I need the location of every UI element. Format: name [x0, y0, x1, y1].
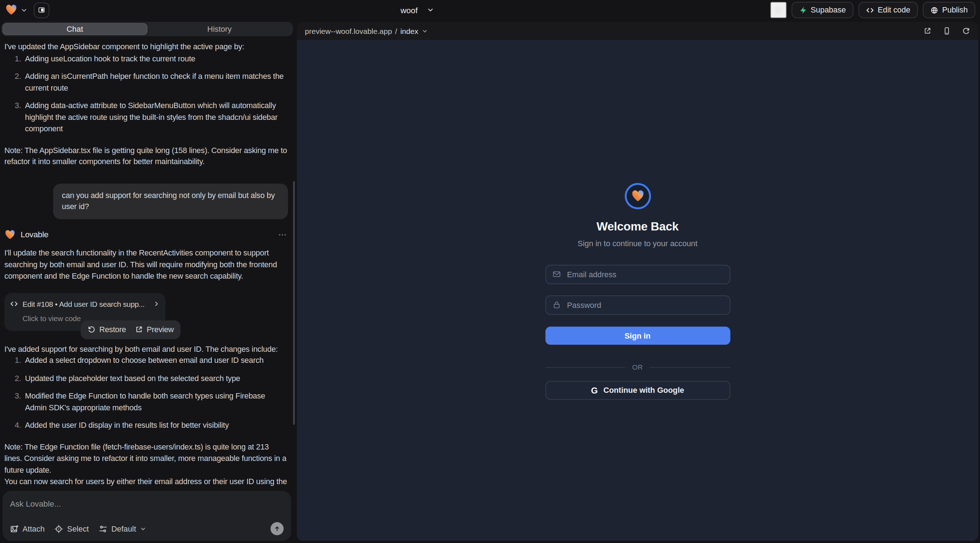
preview-button[interactable]: Preview [135, 324, 174, 335]
top-bar: woof Supabase [0, 0, 980, 20]
app-logo-badge [625, 183, 651, 210]
list-item: Added the user ID display in the results… [23, 419, 288, 431]
preview-panel: preview--woof.lovable.app / index [297, 22, 978, 541]
assistant-text: I'll update the search functionality in … [4, 247, 288, 282]
url-separator: / [395, 26, 397, 35]
or-divider: OR [545, 364, 730, 371]
preview-label: Preview [147, 324, 174, 335]
edit-code-button[interactable]: Edit code [858, 2, 918, 18]
topbar-actions: Supabase Edit code Publish [770, 2, 975, 18]
project-name: woof [401, 5, 418, 14]
password-field-wrap [545, 295, 730, 315]
attach-button[interactable]: Attach [10, 524, 45, 533]
password-field[interactable] [545, 295, 730, 315]
chevron-down-icon [427, 6, 434, 14]
preview-url-control[interactable]: preview--woof.lovable.app / index [305, 26, 428, 35]
assistant-note: Note: The AppSidebar.tsx file is getting… [4, 144, 288, 168]
chat-composer: Attach Select Default [3, 491, 291, 541]
publish-button[interactable]: Publish [923, 2, 975, 18]
list-item: Updated the placeholder text based on th… [23, 373, 288, 384]
mode-label: Default [111, 524, 136, 533]
topbar-left [5, 2, 49, 18]
sliders-icon [99, 524, 108, 533]
chat-history-tabs: Chat History [2, 22, 293, 36]
list-item: Modified the Edge Function to handle bot… [23, 390, 288, 413]
code-brackets-icon [866, 6, 874, 14]
divider-line [650, 367, 730, 367]
lovable-heart-logo[interactable] [5, 4, 18, 16]
email-field-wrap [545, 265, 730, 284]
select-button[interactable]: Select [55, 524, 89, 533]
attach-label: Attach [22, 524, 45, 533]
external-link-icon [135, 326, 143, 334]
edit-code-label: Edit code [878, 6, 910, 14]
publish-label: Publish [942, 6, 968, 14]
google-label: Continue with Google [603, 386, 684, 395]
list-item: Adding an isCurrentPath helper function … [23, 71, 288, 94]
app-window: woof Supabase [0, 0, 980, 543]
restore-icon [88, 326, 95, 334]
send-button[interactable] [270, 522, 284, 535]
preview-url: preview--woof.lovable.app [305, 26, 392, 35]
heart-icon [631, 189, 644, 203]
tab-chat[interactable]: Chat [3, 23, 147, 35]
edit-card-area: Edit #108 • Add user ID search supp... C… [4, 292, 288, 334]
preview-toolbar-icons [923, 27, 970, 35]
login-card: Welcome Back Sign in to continue to your… [545, 183, 730, 400]
refresh-button[interactable] [962, 27, 970, 35]
chevron-right-icon [153, 300, 160, 307]
login-title: Welcome Back [597, 220, 678, 234]
supabase-button[interactable]: Supabase [791, 2, 853, 18]
login-subtitle: Sign in to continue to your account [578, 239, 698, 248]
preview-url-bar: preview--woof.lovable.app / index [297, 22, 978, 40]
sign-in-button[interactable]: Sign in [545, 327, 730, 345]
user-message-bubble: can you add support for searching not on… [53, 183, 288, 219]
google-g-icon: G [591, 385, 598, 395]
list-item: Added a select dropdown to choose betwee… [23, 355, 288, 366]
toggle-sidebar-button[interactable] [34, 2, 49, 18]
settings-button[interactable] [770, 2, 787, 18]
open-in-new-tab-button[interactable] [923, 27, 931, 35]
restore-label: Restore [99, 324, 126, 335]
composer-input[interactable] [10, 499, 284, 508]
assistant-note: Note: The Edge Function file (fetch-fire… [4, 441, 288, 476]
assistant-text: I've updated the AppSidebar component to… [4, 41, 288, 53]
globe-icon [931, 6, 939, 14]
edit-card-title: Edit #108 • Add user ID search supp... [22, 298, 149, 310]
code-icon [10, 300, 18, 308]
attach-image-icon [10, 524, 19, 533]
chat-scrollbar-thumb[interactable] [293, 181, 295, 425]
divider-line [545, 367, 625, 367]
chevron-down-icon [140, 526, 146, 532]
mobile-view-button[interactable] [943, 27, 951, 35]
divider-label: OR [632, 364, 643, 371]
assistant-text: You can now search for users by either t… [4, 476, 288, 486]
chat-panel: Chat History I've updated the AppSidebar… [2, 22, 293, 541]
user-message-row: can you add support for searching not on… [4, 183, 288, 219]
chevron-down-icon [422, 28, 428, 34]
select-target-icon [55, 524, 64, 533]
edit-card-header: Edit #108 • Add user ID search supp... [10, 298, 160, 310]
assistant-header: Lovable [4, 229, 288, 240]
chat-messages: I've updated the AppSidebar component to… [2, 37, 293, 486]
email-field[interactable] [545, 265, 730, 284]
tab-history[interactable]: History [147, 23, 291, 35]
arrow-up-icon [274, 525, 280, 532]
project-switcher[interactable]: woof [401, 0, 434, 20]
supabase-bolt-icon [799, 6, 807, 14]
project-menu-chevron-icon[interactable] [21, 6, 27, 13]
assistant-name: Lovable [21, 229, 49, 240]
preview-viewport: Welcome Back Sign in to continue to your… [297, 40, 978, 541]
main-split: Chat History I've updated the AppSidebar… [0, 20, 980, 543]
google-sign-in-button[interactable]: G Continue with Google [545, 381, 730, 400]
assistant-text: I've added support for searching by both… [4, 343, 288, 355]
list-item: Adding useLocation hook to track the cur… [23, 53, 288, 64]
select-label: Select [67, 524, 89, 533]
restore-button[interactable]: Restore [88, 324, 126, 335]
assistant-ordered-list: Adding useLocation hook to track the cur… [4, 53, 288, 135]
lovable-heart-avatar [4, 229, 16, 240]
message-menu-button[interactable] [277, 229, 288, 240]
restore-preview-bar: Restore Preview [81, 320, 181, 339]
mode-selector[interactable]: Default [99, 524, 146, 533]
list-item: Adding data-active attribute to SidebarM… [23, 100, 288, 135]
